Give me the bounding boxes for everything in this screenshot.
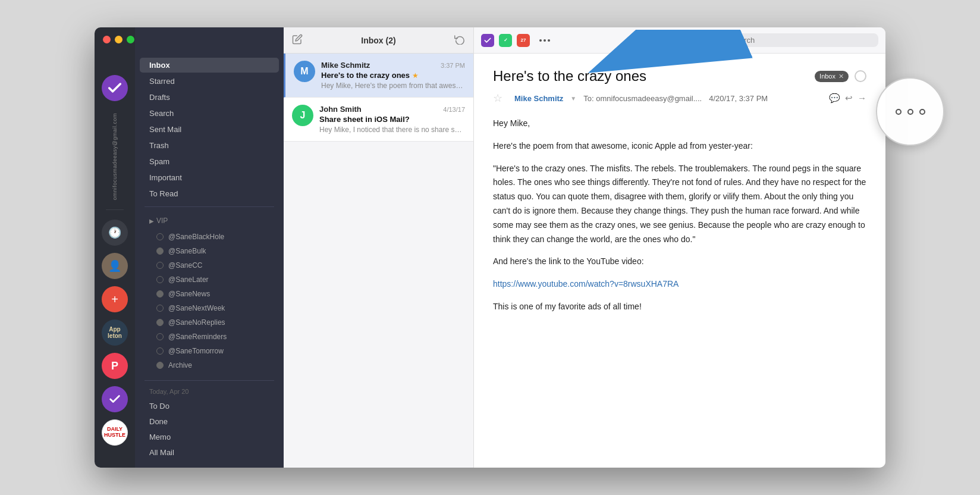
archive-toolbar-icon[interactable]	[454, 34, 465, 47]
sidebar-item-toread[interactable]: To Read	[140, 186, 279, 201]
sidebar-item-search[interactable]: Search	[140, 106, 279, 121]
reply-icon[interactable]: 💬	[829, 93, 840, 104]
omnifocus-icon[interactable]	[481, 34, 494, 47]
callout-circle	[876, 77, 944, 146]
circle-button[interactable]	[855, 70, 866, 82]
appleton-icon[interactable]: Appleton	[102, 319, 128, 346]
vip-circle-archive	[156, 362, 164, 369]
vip-circle-7	[156, 333, 164, 340]
search-bar[interactable]: 🔍	[712, 33, 878, 47]
vip-circle-1	[156, 248, 164, 255]
vip-item-8[interactable]: @SaneTomorrow	[140, 344, 279, 358]
maximize-button[interactable]	[127, 36, 134, 43]
search-input[interactable]	[730, 36, 872, 45]
archive-label: Archive	[168, 361, 192, 369]
vip-item-1[interactable]: @SaneBulk	[140, 245, 279, 258]
calendar-icon[interactable]: 27	[517, 34, 530, 47]
vip-item-6[interactable]: @SaneNoReplies	[140, 316, 279, 329]
compose-icon[interactable]	[292, 34, 303, 47]
email-subject-0: Here's to the crazy ones	[321, 71, 410, 80]
email-preview-0: Hey Mike, Here's the poem from that awes…	[321, 82, 465, 90]
vip-item-archive[interactable]: Archive	[140, 359, 279, 372]
icon-strip: omnifocusmadeeasy@gmail.com 🕐 👤 + Applet…	[95, 27, 135, 468]
body-p1: Here's the poem from that awesome, iconi…	[493, 139, 866, 153]
toread-label: To Read	[149, 189, 178, 198]
sidebar-item-done[interactable]: Done	[140, 414, 279, 429]
vip-item-2[interactable]: @SaneCC	[140, 259, 279, 272]
minimize-button[interactable]	[115, 36, 122, 43]
spam-label: Spam	[149, 157, 169, 166]
vip-item-3[interactable]: @SaneLater	[140, 273, 279, 286]
callout-dot-3	[919, 109, 925, 115]
vip-item-0[interactable]: @SaneBlackHole	[140, 230, 279, 243]
pocket-icon[interactable]: P	[102, 353, 128, 379]
vip-circle-3	[156, 276, 164, 283]
email-subject-row-0: Here's to the crazy ones ★	[321, 71, 465, 80]
starred-label: Starred	[149, 77, 175, 86]
sidebar-item-spam[interactable]: Spam	[140, 154, 279, 169]
add-icon[interactable]: +	[102, 286, 128, 312]
reply-actions: 💬 ↩ →	[829, 93, 866, 104]
main-avatar[interactable]	[102, 75, 128, 101]
sidebar-item-inbox[interactable]: Inbox	[140, 58, 279, 73]
badge-close[interactable]: ✕	[838, 73, 844, 80]
sidebar-item-drafts[interactable]: Drafts	[140, 90, 279, 105]
bottom-date: Today, Apr 20	[140, 386, 279, 397]
callout-dot-1	[896, 109, 902, 115]
email-view-toolbar: ✓ 27 🔍	[474, 27, 885, 54]
email-item-1[interactable]: J John Smith 4/13/17 Share sheet in iOS …	[284, 98, 473, 142]
sidebar-item-trash[interactable]: Trash	[140, 138, 279, 153]
dot-3	[548, 39, 550, 42]
nav-sidebar: Inbox Starred Drafts Search Sent Mail Tr…	[135, 27, 284, 468]
email-content-1: John Smith 4/13/17 Share sheet in iOS Ma…	[319, 105, 465, 134]
body-p2: "Here's to the crazy ones. The misfits. …	[493, 162, 866, 247]
user-avatar-1[interactable]: 👤	[102, 253, 128, 279]
sender-dropdown-arrow[interactable]: ▼	[570, 95, 576, 102]
important-label: Important	[149, 173, 182, 182]
star-button[interactable]: ☆	[493, 92, 502, 105]
app-window: omnifocusmadeeasy@gmail.com 🕐 👤 + Applet…	[95, 27, 885, 468]
email-item-0[interactable]: M Mike Schmitz 3:37 PM Here's to the cra…	[284, 54, 473, 98]
sidebar-item-starred[interactable]: Starred	[140, 74, 279, 89]
clock-icon[interactable]: 🕐	[102, 220, 128, 246]
youtube-link[interactable]: https://www.youtube.com/watch?v=8rwsuXHA…	[493, 279, 679, 289]
check-icon[interactable]	[102, 386, 128, 412]
nav-divider-1	[145, 206, 274, 207]
reply-back-icon[interactable]: ↩	[845, 93, 853, 104]
vip-circle-0	[156, 233, 164, 240]
sidebar-item-memo[interactable]: Memo	[140, 430, 279, 444]
vip-item-5[interactable]: @SaneNextWeek	[140, 302, 279, 315]
email-sender-0: Mike Schmitz	[321, 61, 370, 70]
body-p0: Hey Mike,	[493, 117, 866, 131]
sidebar-item-todo[interactable]: To Do	[140, 399, 279, 413]
inbox-badge: Inbox ✕	[815, 71, 849, 82]
nav-bottom: Today, Apr 20 To Do Done Memo All Mail	[135, 375, 284, 468]
email-subject-1: Share sheet in iOS Mail?	[319, 115, 410, 124]
email-date: 4/20/17, 3:37 PM	[709, 94, 768, 103]
vip-section-header[interactable]: ▶ VIP	[140, 214, 279, 227]
vip-circle-4	[156, 290, 164, 297]
hustle-icon[interactable]: DAILYHUSTLE	[102, 419, 128, 446]
email-top-row-0: Mike Schmitz 3:37 PM	[321, 61, 465, 70]
email-header-right: Inbox ✕	[815, 70, 866, 82]
drafts-label: Drafts	[149, 93, 170, 102]
close-button[interactable]	[103, 36, 111, 43]
vip-item-7[interactable]: @SaneReminders	[140, 330, 279, 343]
email-meta-sender[interactable]: Mike Schmitz	[514, 94, 563, 103]
email-view-subject: Here's to the crazy ones Inbox ✕	[493, 68, 866, 84]
green-app-icon[interactable]: ✓	[499, 34, 512, 47]
forward-icon[interactable]: →	[857, 93, 866, 104]
body-link-p: https://www.youtube.com/watch?v=8rwsuXHA…	[493, 277, 866, 292]
email-content-0: Mike Schmitz 3:37 PM Here's to the crazy…	[321, 61, 465, 90]
body-p3: And here's the link to the YouTube video…	[493, 255, 866, 269]
dot-2	[544, 39, 546, 42]
sidebar-item-allmail[interactable]: All Mail	[140, 445, 279, 460]
email-sender-1: John Smith	[319, 105, 362, 114]
vip-item-4[interactable]: @SaneNews	[140, 287, 279, 300]
inbox-title: Inbox (2)	[361, 36, 395, 45]
more-options-button[interactable]	[535, 37, 555, 44]
search-icon: 🔍	[718, 36, 727, 45]
sidebar-item-important[interactable]: Important	[140, 170, 279, 185]
sidebar-item-sent[interactable]: Sent Mail	[140, 122, 279, 137]
email-time-0: 3:37 PM	[441, 62, 465, 69]
